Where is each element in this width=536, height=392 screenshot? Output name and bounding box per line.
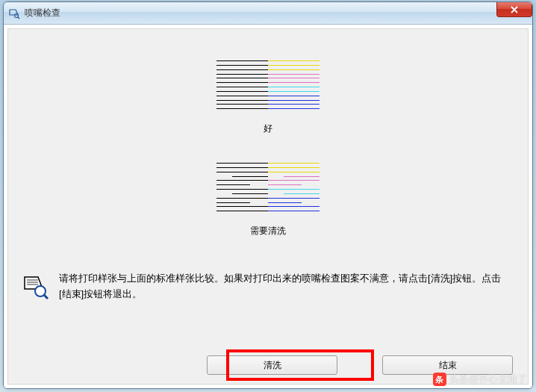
watermark-icon: 条	[433, 373, 446, 386]
bad-pattern	[216, 161, 320, 214]
close-button[interactable]	[496, 2, 532, 17]
window-title: 喷嘴检查	[25, 7, 60, 19]
instruction-row: 请将打印样张与上面的标准样张比较。如果对打印出来的喷嘴检查图案不满意，请点击[清…	[8, 264, 528, 310]
good-pattern	[216, 59, 320, 111]
content-area: 好 需要清洗 请将打印样张与上面的标准样张比较。如果对	[4, 25, 532, 388]
instruction-icon	[22, 271, 49, 302]
bad-label: 需要清洗	[8, 225, 528, 237]
close-icon	[510, 6, 519, 13]
sample-area: 好 需要清洗	[8, 29, 528, 237]
svg-point-1	[35, 286, 46, 296]
instruction-text: 请将打印样张与上面的标准样张比较。如果对打印出来的喷嘴检查图案不满意，请点击[清…	[49, 271, 505, 302]
clean-button[interactable]: 清洗	[207, 355, 337, 375]
good-label: 好	[8, 122, 528, 135]
app-icon	[8, 7, 20, 19]
watermark: 条 头条@开心太难了	[433, 373, 527, 386]
inner-panel: 好 需要清洗 请将打印样张与上面的标准样张比较。如果对	[7, 28, 529, 385]
titlebar: 喷嘴检查	[4, 2, 532, 25]
dialog-window: 喷嘴检查 好 需要清洗	[3, 1, 533, 389]
svg-point-0	[15, 13, 19, 17]
watermark-text: 头条@开心太难了	[449, 373, 527, 386]
